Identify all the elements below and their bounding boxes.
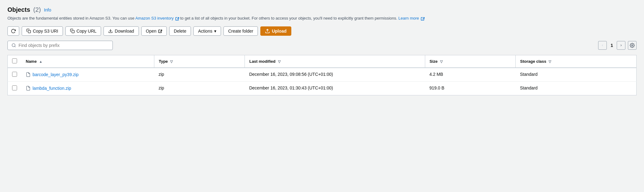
open-external-icon <box>158 29 162 33</box>
svg-rect-0 <box>28 30 31 33</box>
learn-more-link[interactable]: Learn more <box>399 16 425 21</box>
page-title: Objects <box>7 6 30 13</box>
svg-point-4 <box>12 43 15 47</box>
select-all-checkbox[interactable] <box>12 58 17 63</box>
copy-url-icon <box>70 29 75 33</box>
file-icon-1 <box>26 85 31 91</box>
download-button[interactable]: Download <box>104 26 139 36</box>
col-header-type[interactable]: Type ▽ <box>154 55 245 68</box>
row-name-cell: lambda_function.zip <box>21 81 154 95</box>
row-storage-cell: Standard <box>516 68 637 82</box>
pagination-controls: 1 <box>598 41 637 50</box>
info-link[interactable]: Info <box>44 7 51 12</box>
actions-chevron-icon: ▾ <box>214 29 216 34</box>
gear-icon <box>630 43 635 48</box>
external-link-icon <box>175 17 179 21</box>
copy-url-button[interactable]: Copy URL <box>65 26 101 36</box>
refresh-button[interactable] <box>7 26 19 36</box>
search-icon <box>11 43 16 48</box>
row-size-cell: 4.2 MB <box>425 68 515 82</box>
sort-type-icon: ▽ <box>170 60 173 64</box>
sort-modified-icon: ▽ <box>278 60 280 64</box>
inventory-link[interactable]: Amazon S3 inventory <box>135 16 180 21</box>
toolbar: Copy S3 URI Copy URL Download Open D <box>7 26 637 36</box>
actions-button[interactable]: Actions ▾ <box>193 26 221 36</box>
sort-storage-icon: ▽ <box>549 60 551 64</box>
download-icon <box>108 29 113 33</box>
page-number: 1 <box>609 43 614 48</box>
delete-button[interactable]: Delete <box>169 26 191 36</box>
sort-size-icon: ▽ <box>440 60 443 64</box>
page-header: Objects (2) Info Objects are the fundame… <box>7 6 637 21</box>
sort-name-icon: ▲ <box>39 60 42 63</box>
chevron-left-icon <box>601 44 604 47</box>
copy-icon <box>26 29 31 33</box>
col-header-modified[interactable]: Last modified ▽ <box>245 55 425 68</box>
row-checkbox-cell <box>8 81 22 95</box>
row-modified-cell: December 16, 2023, 01:30:43 (UTC+01:00) <box>245 81 425 95</box>
external-link-icon-2 <box>421 17 425 21</box>
file-link-1[interactable]: lambda_function.zip <box>26 85 150 91</box>
select-all-header <box>8 55 22 68</box>
row-checkbox-cell <box>8 68 22 82</box>
col-header-storage[interactable]: Storage class ▽ <box>516 55 637 68</box>
copy-s3-uri-button[interactable]: Copy S3 URI <box>22 26 63 36</box>
objects-table: Name ▲ Type ▽ Last modified ▽ Size ▽ Sto… <box>7 55 637 95</box>
refresh-icon <box>11 29 16 34</box>
row-size-cell: 919.0 B <box>425 81 515 95</box>
search-pagination-row: 1 <box>7 41 637 50</box>
upload-icon <box>265 29 270 34</box>
row-type-cell: zip <box>154 68 245 82</box>
row-checkbox-0[interactable] <box>12 72 17 77</box>
col-header-name[interactable]: Name ▲ <box>21 55 154 68</box>
description: Objects are the fundamental entities sto… <box>7 15 637 21</box>
search-box <box>7 41 113 50</box>
svg-rect-1 <box>72 30 74 33</box>
col-header-size[interactable]: Size ▽ <box>425 55 515 68</box>
table-row: barcode_layer_py39.zip zip December 16, … <box>8 68 637 82</box>
settings-button[interactable] <box>628 41 637 50</box>
search-input[interactable] <box>19 43 109 48</box>
row-name-cell: barcode_layer_py39.zip <box>21 68 154 82</box>
row-checkbox-1[interactable] <box>12 85 17 90</box>
row-type-cell: zip <box>154 81 245 95</box>
file-icon-0 <box>26 72 31 77</box>
create-folder-button[interactable]: Create folder <box>223 26 258 36</box>
chevron-right-icon <box>620 44 623 47</box>
open-button[interactable]: Open <box>141 26 167 36</box>
row-modified-cell: December 16, 2023, 09:08:56 (UTC+01:00) <box>245 68 425 82</box>
table-row: lambda_function.zip zip December 16, 202… <box>8 81 637 95</box>
next-page-button[interactable] <box>617 41 625 50</box>
svg-line-5 <box>15 46 15 47</box>
prev-page-button[interactable] <box>598 41 607 50</box>
row-storage-cell: Standard <box>516 81 637 95</box>
object-count: (2) <box>33 6 41 13</box>
upload-button[interactable]: Upload <box>260 26 291 36</box>
svg-point-6 <box>632 45 633 46</box>
file-link-0[interactable]: barcode_layer_py39.zip <box>26 72 150 77</box>
page-container: Objects (2) Info Objects are the fundame… <box>7 6 637 95</box>
